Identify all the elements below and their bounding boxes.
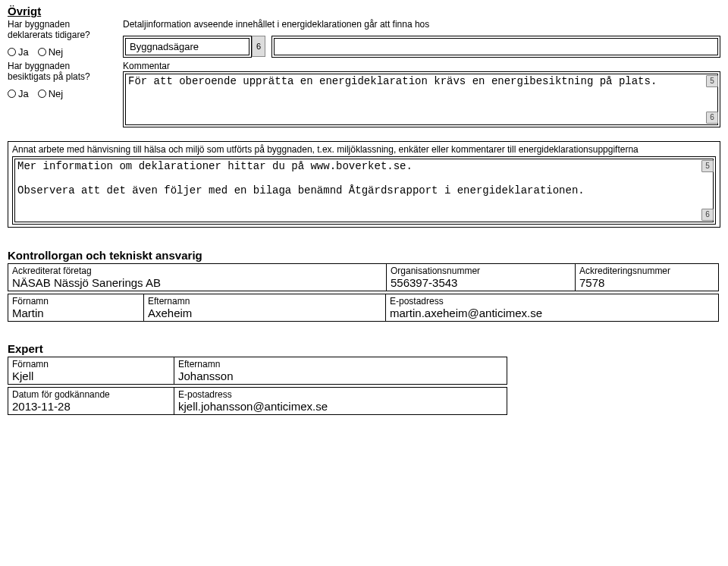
acknr-label: Ackrediteringsnummer [579, 266, 714, 276]
orgnr-label: Organisationsnummer [391, 266, 571, 276]
efternamn-label: Efternamn [148, 296, 381, 307]
ovrigt-left-col: Har byggnaden deklarerats tidigare? Ja N… [8, 19, 114, 58]
annat-section: Annat arbete med hänvisning till hälsa o… [8, 141, 720, 228]
scroll-up-button[interactable]: 5 [706, 75, 718, 87]
q2-ja-radio[interactable]: Ja [8, 88, 29, 99]
annat-textbox[interactable]: Mer information om deklarationer hittar … [12, 156, 716, 225]
expert-datum-cell: Datum för godkännande 2013-11-28 [8, 387, 174, 415]
expert-epost-value: kjell.johansson@anticimex.se [178, 400, 503, 413]
byggnadsagare-box[interactable]: Byggnadsägare [123, 36, 252, 58]
scroll-down-button[interactable]: 6 [706, 112, 718, 124]
q2-nej-radio[interactable]: Nej [38, 88, 64, 99]
orgnr-value: 556397-3543 [391, 276, 571, 289]
orgnr-cell: Organisationsnummer 556397-3543 [386, 263, 576, 291]
q2-label: Har byggnaden besiktigats på plats? [8, 61, 114, 82]
ovrigt-title: Övrigt [8, 5, 720, 17]
kontroll-section: Kontrollorgan och tekniskt ansvarig Ackr… [8, 249, 720, 321]
annat-text2: Observera att det även följer med en bil… [17, 184, 697, 197]
expert-title: Expert [8, 342, 720, 355]
q1-ja-label: Ja [18, 46, 29, 58]
q1-ja-radio[interactable]: Ja [8, 46, 29, 58]
epost-cell: E-postadress martin.axeheim@anticimex.se [385, 294, 719, 322]
q1-nej-label: Nej [49, 46, 64, 58]
kontroll-title: Kontrollorgan och tekniskt ansvarig [8, 249, 720, 262]
radio-icon [38, 90, 46, 98]
annat-label: Annat arbete med hänvisning till hälsa o… [12, 144, 716, 155]
radio-icon [8, 48, 16, 56]
scroll-up-button[interactable]: 5 [701, 160, 714, 172]
expert-epost-label: E-postadress [178, 389, 503, 400]
foretag-value: NÄSAB Nässjö Sanerings AB [12, 276, 382, 289]
acknr-cell: Ackrediteringsnummer 7578 [575, 263, 719, 291]
epost-value: martin.axeheim@anticimex.se [390, 307, 714, 319]
annat-text1: Mer information om deklarationer hittar … [17, 160, 697, 172]
expert-section: Expert Förnamn Kjell Efternamn Johansson… [8, 342, 720, 414]
efternamn-cell: Efternamn Axeheim [143, 294, 386, 322]
dropdown-num: 6 [256, 42, 261, 51]
detalj-label: Detaljinformation avseende innehållet i … [123, 19, 720, 30]
efternamn-value: Axeheim [148, 307, 381, 319]
foretag-cell: Ackrediterat företag NÄSAB Nässjö Saneri… [8, 263, 387, 291]
expert-fornamn-label: Förnamn [12, 359, 170, 369]
ovrigt-right-col: Detaljinformation avseende innehållet i … [123, 19, 720, 58]
expert-fornamn-cell: Förnamn Kjell [8, 357, 174, 385]
radio-icon [38, 48, 46, 56]
radio-icon [8, 90, 16, 98]
byggnadsagare-text: Byggnadsägare [130, 41, 199, 52]
q2-nej-label: Nej [49, 88, 64, 99]
kommentar-textbox[interactable]: För att oberoende upprätta en energidekl… [123, 71, 720, 127]
fornamn-cell: Förnamn Martin [8, 294, 144, 322]
fornamn-label: Förnamn [12, 296, 140, 307]
expert-datum-value: 2013-11-28 [12, 400, 170, 413]
expert-epost-cell: E-postadress kjell.johansson@anticimex.s… [174, 387, 507, 415]
expert-datum-label: Datum för godkännande [12, 389, 170, 400]
expert-efternamn-label: Efternamn [178, 359, 503, 369]
kommentar-label: Kommentar [123, 61, 720, 71]
detalj-dropdown[interactable] [271, 36, 720, 58]
ovrigt-left-col2: Har byggnaden besiktigats på plats? Ja N… [8, 61, 114, 127]
ovrigt-section: Övrigt Har byggnaden deklarerats tidigar… [8, 5, 720, 127]
q2-ja-label: Ja [18, 88, 29, 99]
foretag-label: Ackrediterat företag [12, 266, 382, 276]
q1-nej-radio[interactable]: Nej [38, 46, 64, 58]
expert-efternamn-value: Johansson [178, 369, 503, 382]
dropdown-button[interactable]: 6 [252, 36, 265, 57]
q1-label: Har byggnaden deklarerats tidigare? [8, 19, 114, 40]
fornamn-value: Martin [12, 307, 140, 319]
expert-fornamn-value: Kjell [12, 369, 170, 382]
expert-efternamn-cell: Efternamn Johansson [174, 357, 507, 385]
kommentar-text: För att oberoende upprätta en energidekl… [128, 75, 657, 87]
scroll-down-button[interactable]: 6 [701, 209, 714, 221]
epost-label: E-postadress [390, 296, 714, 307]
acknr-value: 7578 [579, 276, 714, 289]
